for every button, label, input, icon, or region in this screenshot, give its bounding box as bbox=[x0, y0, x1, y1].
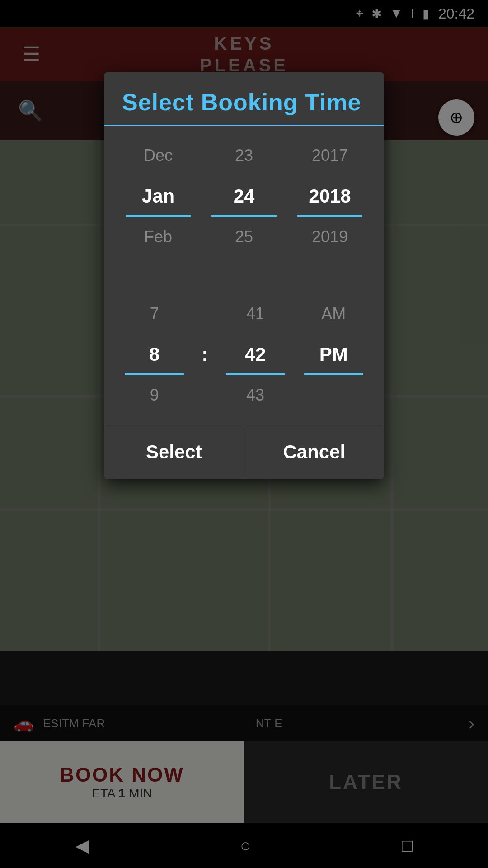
section-gap bbox=[113, 266, 375, 284]
modal-title: Select Booking Time bbox=[122, 89, 366, 116]
date-picker-section: Dec Jan Feb 23 24 25 2017 2018 2019 bbox=[113, 126, 375, 266]
hour-above[interactable]: 7 bbox=[117, 293, 191, 334]
booking-time-modal: Select Booking Time Dec Jan Feb 23 24 25 bbox=[104, 72, 384, 479]
day-below[interactable]: 25 bbox=[203, 217, 285, 257]
minute-picker-col[interactable]: 41 42 43 bbox=[218, 293, 292, 415]
minute-below[interactable]: 43 bbox=[218, 375, 292, 415]
hour-picker-col[interactable]: 7 8 9 bbox=[117, 293, 191, 415]
modal-body: Dec Jan Feb 23 24 25 2017 2018 2019 bbox=[104, 126, 384, 425]
modal-overlay: Select Booking Time Dec Jan Feb 23 24 25 bbox=[0, 0, 488, 868]
day-above[interactable]: 23 bbox=[203, 135, 285, 176]
month-below[interactable]: Feb bbox=[117, 217, 199, 257]
ampm-above[interactable]: AM bbox=[297, 293, 371, 334]
day-selected[interactable]: 24 bbox=[203, 176, 285, 217]
modal-footer: Select Cancel bbox=[104, 425, 384, 479]
year-selected[interactable]: 2018 bbox=[289, 176, 371, 217]
select-button[interactable]: Select bbox=[104, 425, 244, 479]
month-above[interactable]: Dec bbox=[117, 135, 199, 176]
month-picker-col[interactable]: Dec Jan Feb bbox=[117, 135, 199, 257]
time-colon: : bbox=[199, 334, 210, 375]
hour-selected[interactable]: 8 bbox=[117, 334, 191, 375]
hour-below[interactable]: 9 bbox=[117, 375, 191, 415]
cancel-button[interactable]: Cancel bbox=[244, 425, 385, 479]
ampm-picker-col[interactable]: AM PM bbox=[297, 293, 371, 415]
minute-above[interactable]: 41 bbox=[218, 293, 292, 334]
ampm-below[interactable] bbox=[297, 375, 371, 415]
ampm-selected[interactable]: PM bbox=[297, 334, 371, 375]
time-picker-section: 7 8 9 : 41 42 43 AM PM bbox=[113, 284, 375, 425]
year-picker-col[interactable]: 2017 2018 2019 bbox=[289, 135, 371, 257]
year-below[interactable]: 2019 bbox=[289, 217, 371, 257]
day-picker-col[interactable]: 23 24 25 bbox=[203, 135, 285, 257]
modal-header: Select Booking Time bbox=[104, 72, 384, 126]
year-above[interactable]: 2017 bbox=[289, 135, 371, 176]
minute-selected[interactable]: 42 bbox=[218, 334, 292, 375]
month-selected[interactable]: Jan bbox=[117, 176, 199, 217]
